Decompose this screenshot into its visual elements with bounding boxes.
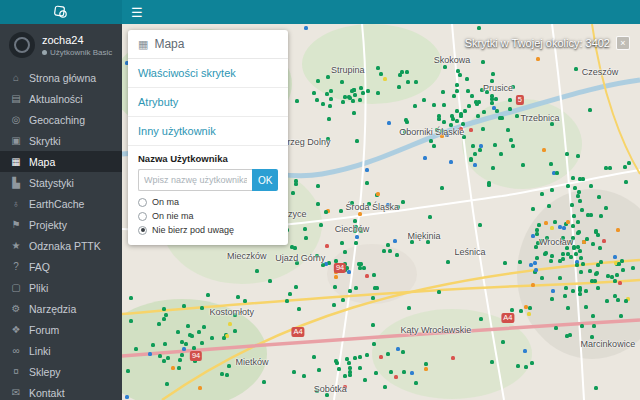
panel-link-atrybuty[interactable]: Atrybuty bbox=[128, 88, 288, 117]
cache-marker[interactable] bbox=[332, 303, 336, 307]
cache-marker[interactable] bbox=[518, 260, 522, 264]
cache-marker[interactable] bbox=[393, 239, 397, 243]
cache-marker[interactable] bbox=[162, 359, 166, 363]
cache-marker[interactable] bbox=[387, 121, 391, 125]
cache-marker[interactable] bbox=[233, 313, 237, 317]
cache-marker[interactable] bbox=[188, 333, 192, 337]
cache-marker[interactable] bbox=[371, 323, 375, 327]
cache-marker[interactable] bbox=[470, 94, 474, 98]
cache-marker[interactable] bbox=[347, 270, 351, 274]
cache-marker[interactable] bbox=[340, 80, 344, 84]
cache-marker[interactable] bbox=[531, 283, 535, 287]
cache-marker[interactable] bbox=[527, 312, 531, 316]
cache-marker[interactable] bbox=[292, 370, 296, 374]
cache-marker[interactable] bbox=[413, 104, 417, 108]
sidebar-item-mapa[interactable]: ▦Mapa bbox=[0, 151, 122, 172]
cache-marker[interactable] bbox=[467, 104, 471, 108]
cache-marker[interactable] bbox=[537, 223, 541, 227]
cache-marker[interactable] bbox=[343, 374, 347, 378]
cache-marker[interactable] bbox=[171, 366, 175, 370]
cache-marker[interactable] bbox=[473, 152, 477, 156]
cache-marker[interactable] bbox=[316, 184, 320, 188]
cache-marker[interactable] bbox=[316, 202, 320, 206]
map-canvas[interactable]: StrupinaSkokowaPrusiceCzeszówTrzebnicaOb… bbox=[122, 24, 640, 400]
cache-marker[interactable] bbox=[456, 69, 460, 73]
cache-marker[interactable] bbox=[540, 239, 544, 243]
sidebar-item-linki[interactable]: ∞Linki bbox=[0, 340, 122, 361]
radio-on-ma[interactable]: On ma bbox=[138, 197, 278, 207]
cache-marker[interactable] bbox=[353, 229, 357, 233]
cache-marker[interactable] bbox=[536, 57, 540, 61]
cache-marker[interactable] bbox=[341, 298, 345, 302]
sidebar-item-sklepy[interactable]: ¤Sklepy bbox=[0, 361, 122, 382]
cache-marker[interactable] bbox=[604, 206, 608, 210]
cache-marker[interactable] bbox=[555, 171, 559, 175]
cache-marker[interactable] bbox=[401, 350, 405, 354]
sidebar-item-faq[interactable]: ?FAQ bbox=[0, 256, 122, 277]
cache-marker[interactable] bbox=[441, 90, 445, 94]
cache-marker[interactable] bbox=[388, 249, 392, 253]
cache-marker[interactable] bbox=[162, 317, 166, 321]
cache-marker[interactable] bbox=[325, 244, 329, 248]
cache-marker[interactable] bbox=[581, 262, 585, 266]
cache-marker[interactable] bbox=[515, 114, 519, 118]
cache-marker[interactable] bbox=[151, 343, 155, 347]
cache-marker[interactable] bbox=[358, 212, 362, 216]
cache-marker[interactable] bbox=[490, 360, 494, 364]
sidebar-item-kontakt[interactable]: ✉Kontakt bbox=[0, 382, 122, 400]
cache-marker[interactable] bbox=[588, 269, 592, 273]
cache-marker[interactable] bbox=[523, 349, 527, 353]
cache-marker[interactable] bbox=[166, 356, 170, 360]
cache-marker[interactable] bbox=[176, 330, 180, 334]
cache-marker[interactable] bbox=[288, 292, 292, 296]
cache-marker[interactable] bbox=[442, 120, 446, 124]
cache-marker[interactable] bbox=[355, 235, 359, 239]
cache-marker[interactable] bbox=[407, 306, 411, 310]
cache-marker[interactable] bbox=[535, 256, 539, 260]
cache-marker[interactable] bbox=[334, 275, 338, 279]
cache-marker[interactable] bbox=[350, 201, 354, 205]
cache-marker[interactable] bbox=[373, 286, 377, 290]
cache-marker[interactable] bbox=[148, 352, 152, 356]
cache-marker[interactable] bbox=[566, 220, 570, 224]
cache-marker[interactable] bbox=[490, 101, 494, 105]
cache-marker[interactable] bbox=[578, 292, 582, 296]
cache-marker[interactable] bbox=[396, 205, 400, 209]
cache-marker[interactable] bbox=[561, 252, 565, 256]
cache-marker[interactable] bbox=[395, 253, 399, 257]
cache-marker[interactable] bbox=[437, 117, 441, 121]
panel-link-w-a-ciwo-ci-skrytek[interactable]: Właściwości skrytek bbox=[128, 59, 288, 88]
cache-marker[interactable] bbox=[371, 296, 375, 300]
brand-block[interactable] bbox=[0, 0, 122, 24]
sidebar-item-odznaka-pttk[interactable]: ★Odznaka PTTK bbox=[0, 235, 122, 256]
cache-marker[interactable] bbox=[202, 325, 206, 329]
cache-marker[interactable] bbox=[365, 353, 369, 357]
cache-marker[interactable] bbox=[533, 261, 537, 265]
cache-marker[interactable] bbox=[424, 367, 428, 371]
cache-marker[interactable] bbox=[291, 191, 295, 195]
cache-marker[interactable] bbox=[564, 286, 568, 290]
cache-marker[interactable] bbox=[365, 181, 369, 185]
cache-marker[interactable] bbox=[577, 190, 581, 194]
sidebar-item-pliki[interactable]: ▢Pliki bbox=[0, 277, 122, 298]
cache-marker[interactable] bbox=[459, 127, 463, 131]
sidebar-item-narz-dzia[interactable]: ⚙Narzędzia bbox=[0, 298, 122, 319]
panel-link-inny-u-ytkownik[interactable]: Inny użytkownik bbox=[128, 117, 288, 146]
cache-marker[interactable] bbox=[312, 355, 316, 359]
cache-marker[interactable] bbox=[376, 66, 380, 70]
sidebar-item-strona-g-wna[interactable]: ⌂Strona główna bbox=[0, 67, 122, 88]
cache-marker[interactable] bbox=[610, 275, 614, 279]
cache-marker[interactable] bbox=[316, 79, 320, 83]
cache-marker[interactable] bbox=[602, 239, 606, 243]
cache-marker[interactable] bbox=[294, 285, 298, 289]
cache-marker[interactable] bbox=[359, 86, 363, 90]
cache-marker[interactable] bbox=[490, 79, 494, 83]
cache-marker[interactable] bbox=[389, 370, 393, 374]
cache-marker[interactable] bbox=[295, 99, 299, 103]
cache-marker[interactable] bbox=[551, 289, 555, 293]
cache-marker[interactable] bbox=[225, 373, 229, 377]
cache-marker[interactable] bbox=[428, 215, 432, 219]
cache-marker[interactable] bbox=[500, 116, 504, 120]
cache-marker[interactable] bbox=[499, 152, 503, 156]
cache-marker[interactable] bbox=[325, 393, 329, 397]
